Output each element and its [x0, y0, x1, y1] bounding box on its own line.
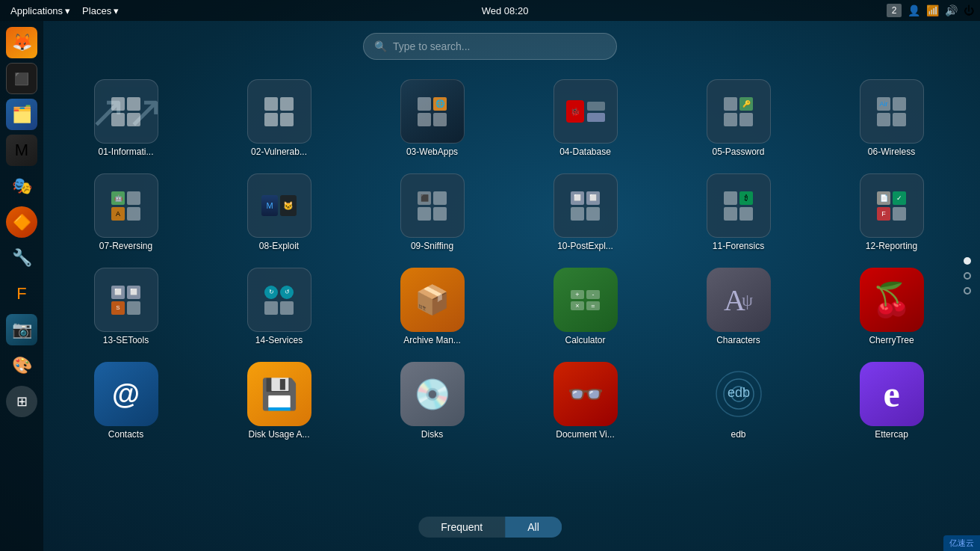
app-item-11-forensics[interactable]: ₿ 11-Forensics — [665, 169, 812, 256]
sidebar-icon-terminal[interactable]: ⬛ — [6, 63, 37, 94]
applications-label: Applications — [10, 5, 63, 16]
app-item-05-pass[interactable]: 🔑 05-Password — [665, 75, 812, 161]
contacts-icon: @ — [112, 378, 140, 410]
app-item-07-rev[interactable]: 🤖 A 07-Reversing — [52, 169, 199, 256]
app-label-02-vuln: 02-Vulnerab... — [251, 147, 307, 157]
user-icon: 👤 — [908, 4, 920, 16]
app-item-docviewer[interactable]: 👓 Document Vi... — [512, 357, 659, 444]
app-item-13-se[interactable]: ⬜ ⬜ S 13-SETools — [52, 263, 199, 350]
search-input[interactable] — [393, 40, 606, 52]
ettercap-icon: e — [883, 372, 899, 416]
app-label-04-db: 04-Database — [559, 147, 611, 157]
sidebar-icon-mail[interactable]: M — [6, 135, 37, 166]
app-item-disk-usage[interactable]: 💾 Disk Usage A... — [205, 357, 353, 444]
watermark: 亿速云 — [943, 535, 980, 551]
app-label-13-se: 13-SETools — [103, 335, 149, 345]
pagination-dots — [964, 257, 971, 295]
app-item-04-db[interactable]: 🐞 04-Database — [512, 75, 659, 161]
app-label-disk-usage: Disk Usage A... — [248, 429, 309, 440]
app-item-ettercap[interactable]: e Ettercap — [818, 357, 965, 444]
app-row-2: 🤖 A 07-Reversing M 🐱 08-Exploit ⬛ — [52, 169, 965, 256]
app-label-edb: edb — [731, 429, 745, 440]
app-item-09-sniff[interactable]: ⬛ 09-Sniffing — [359, 169, 506, 256]
app-item-disks[interactable]: 💿 Disks — [359, 357, 506, 444]
power-icon: ⏻ — [964, 4, 974, 16]
datetime-display: Wed 08:20 — [482, 5, 529, 16]
topbar-left: Applications ▾ Places ▾ — [6, 4, 123, 18]
cherrytree-icon: 🍒 — [871, 280, 912, 319]
docviewer-icon: 👓 — [567, 377, 604, 412]
app-item-calculator[interactable]: + - × = Calculator — [512, 263, 659, 350]
network-icon: 📶 — [926, 4, 939, 16]
app-label-archive: Archive Man... — [403, 335, 461, 345]
app-item-archive[interactable]: 📦 Archive Man... — [359, 263, 506, 350]
topbar-clock: Wed 08:20 — [482, 5, 529, 16]
app-label-05-pass: 05-Password — [712, 147, 764, 157]
places-arrow: ▾ — [114, 5, 119, 16]
pagination-dot-3[interactable] — [964, 287, 971, 295]
disks-icon: 💿 — [414, 377, 451, 412]
app-label-08-exploit: 08-Exploit — [259, 241, 299, 251]
app-label-11-forensics: 11-Forensics — [713, 241, 764, 251]
sidebar: 🦊 ⬛ 🗂️ M 🎭 🔶 🔧 F 📷 🎨 ⊞ — [0, 21, 43, 551]
app-item-edb[interactable]: edb edb — [665, 357, 812, 444]
app-label-ettercap: Ettercap — [875, 429, 908, 440]
app-label-06-wireless: 06-Wireless — [868, 147, 915, 157]
sidebar-icon-screenshot[interactable]: 📷 — [6, 314, 37, 345]
app-label-09-sniff: 09-Sniffing — [411, 241, 453, 251]
app-row-3: ⬜ ⬜ S 13-SETools ↻ ↺ 14-Services — [52, 263, 965, 350]
sidebar-icon-firefox[interactable]: 🦊 — [6, 27, 37, 58]
app-item-03-web[interactable]: 🌐 03-WebApps — [359, 75, 506, 161]
pagination-dot-2[interactable] — [964, 272, 971, 280]
app-item-contacts[interactable]: @ Contacts — [52, 357, 199, 444]
app-row-1: ↗↗ 01-Informati... 02-Vulnerab.. — [52, 75, 965, 161]
app-item-02-vuln[interactable]: 02-Vulnerab... — [205, 75, 353, 161]
app-label-characters: Characters — [716, 335, 760, 345]
places-label: Places — [82, 5, 111, 16]
app-label-cherrytree: CherryTree — [869, 335, 914, 345]
app-label-calculator: Calculator — [565, 335, 605, 345]
topbar: Applications ▾ Places ▾ Wed 08:20 2 👤 📶 … — [0, 0, 980, 21]
sidebar-icon-burp[interactable]: 🔶 — [6, 206, 37, 238]
app-label-10-post: 10-PostExpl... — [557, 241, 613, 251]
svg-text:edb: edb — [727, 385, 749, 400]
sidebar-icon-freecad[interactable]: F — [6, 278, 37, 310]
topbar-right: 2 👤 📶 🔊 ⏻ — [887, 4, 974, 17]
sidebar-icon-files[interactable]: 🗂️ — [6, 99, 37, 130]
app-item-12-reporting[interactable]: 📄 ✓ F 12-Reporting — [818, 169, 965, 256]
applications-arrow: ▾ — [65, 5, 70, 16]
tab-all[interactable]: All — [505, 517, 562, 538]
app-label-03-web: 03-WebApps — [406, 147, 458, 157]
app-item-cherrytree[interactable]: 🍒 CherryTree — [818, 263, 965, 350]
disk-usage-icon: 💾 — [261, 377, 298, 412]
app-item-10-post[interactable]: ⬜ ⬜ 10-PostExpl... — [512, 169, 659, 256]
app-label-07-rev: 07-Reversing — [99, 241, 152, 251]
pagination-dot-1[interactable] — [964, 257, 971, 265]
places-menu[interactable]: Places ▾ — [78, 4, 123, 18]
archive-icon: 📦 — [415, 283, 450, 316]
applications-menu[interactable]: Applications ▾ — [6, 4, 75, 18]
app-label-contacts: Contacts — [108, 429, 143, 440]
tab-frequent[interactable]: Frequent — [418, 517, 505, 538]
app-item-06-wireless[interactable]: Air 06-Wireless — [818, 75, 965, 161]
app-row-4: @ Contacts 💾 Disk Usage A... 💿 Disks 👓 D… — [52, 357, 965, 444]
edb-logo-icon: edb — [712, 367, 766, 421]
sidebar-icon-character[interactable]: 🎭 — [6, 170, 37, 202]
sidebar-icon-theme[interactable]: 🎨 — [6, 350, 37, 381]
sidebar-icon-grid[interactable]: ⊞ — [6, 386, 37, 417]
search-bar[interactable]: 🔍 — [363, 33, 617, 60]
app-label-14-services: 14-Services — [255, 335, 303, 345]
app-item-14-services[interactable]: ↻ ↺ 14-Services — [205, 263, 353, 350]
app-label-disks: Disks — [421, 429, 443, 440]
app-label-docviewer: Document Vi... — [556, 429, 614, 440]
app-item-08-exploit[interactable]: M 🐱 08-Exploit — [205, 169, 353, 256]
app-label-12-reporting: 12-Reporting — [866, 241, 917, 251]
sidebar-icon-tool1[interactable]: 🔧 — [6, 242, 37, 274]
app-item-characters[interactable]: A ψ Characters — [665, 263, 812, 350]
app-label-01-info: 01-Informati... — [98, 147, 153, 157]
main-content: ↗↗ 01-Informati... 02-Vulnerab.. — [52, 75, 965, 506]
workspace-badge[interactable]: 2 — [887, 4, 902, 17]
search-icon: 🔍 — [374, 40, 387, 52]
bottom-tabs: Frequent All — [418, 517, 562, 538]
app-item-01-info[interactable]: ↗↗ 01-Informati... — [52, 75, 199, 161]
